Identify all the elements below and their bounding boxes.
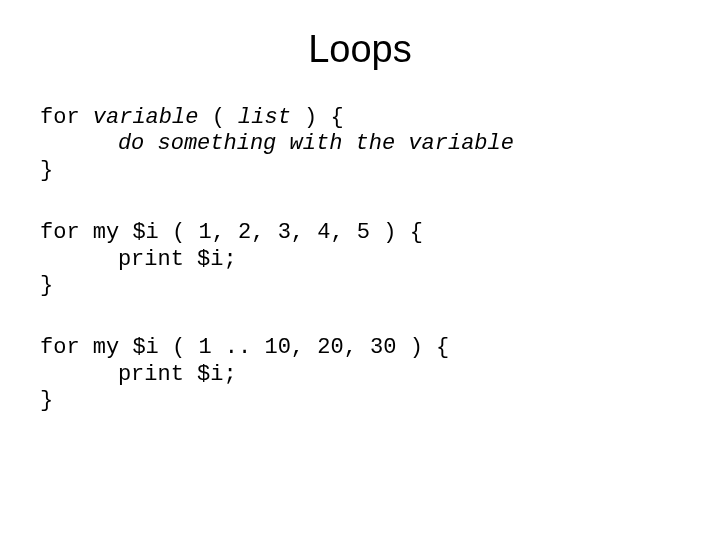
code-text: (	[198, 105, 238, 130]
code-line: print $i;	[40, 362, 680, 388]
code-line: }	[40, 158, 680, 184]
code-line: }	[40, 273, 680, 299]
code-line: for variable ( list ) {	[40, 105, 680, 131]
code-body-placeholder: do something with the variable	[40, 131, 680, 157]
code-block-example-1: for my $i ( 1, 2, 3, 4, 5 ) {print $i;}	[40, 220, 680, 299]
slide-title: Loops	[40, 28, 680, 71]
code-list-placeholder: list	[238, 105, 291, 130]
code-line: for my $i ( 1, 2, 3, 4, 5 ) {	[40, 220, 680, 246]
code-text: for	[40, 105, 93, 130]
code-block-syntax: for variable ( list ) {do something with…	[40, 105, 680, 184]
code-variable-placeholder: variable	[93, 105, 199, 130]
code-line: print $i;	[40, 247, 680, 273]
code-block-example-2: for my $i ( 1 .. 10, 20, 30 ) {print $i;…	[40, 335, 680, 414]
slide-container: Loops for variable ( list ) {do somethin…	[0, 0, 720, 540]
code-text: ) {	[291, 105, 344, 130]
code-line: for my $i ( 1 .. 10, 20, 30 ) {	[40, 335, 680, 361]
code-line: }	[40, 388, 680, 414]
